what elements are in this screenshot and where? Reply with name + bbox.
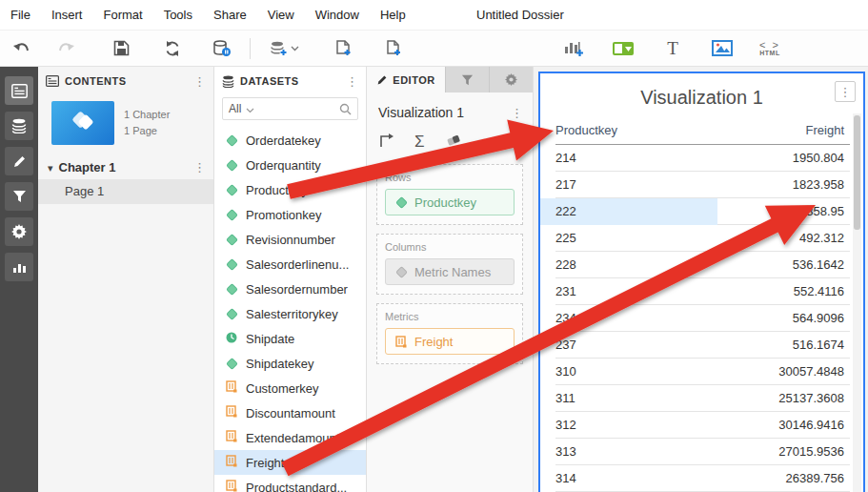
add-chapter-button[interactable] bbox=[327, 35, 359, 62]
table-row[interactable]: 228 536.1642 bbox=[555, 252, 850, 278]
menu-item[interactable]: Window bbox=[305, 8, 370, 22]
cell-freight[interactable]: 1858.95 bbox=[717, 198, 850, 225]
table-row[interactable]: 312 30146.9416 bbox=[555, 412, 850, 439]
dataset-item[interactable]: Discountamount bbox=[214, 400, 366, 425]
refresh-button[interactable] bbox=[156, 35, 189, 62]
menu-item[interactable]: Format bbox=[92, 8, 152, 22]
table-row[interactable]: 311 25137.3608 bbox=[555, 385, 850, 412]
redo-button[interactable] bbox=[50, 35, 82, 62]
cell-productkey[interactable]: 217 bbox=[555, 172, 717, 198]
cell-freight[interactable]: 30146.9416 bbox=[717, 412, 850, 439]
dataset-item[interactable]: Salesterritorykey bbox=[214, 301, 366, 326]
drop-zone-metrics[interactable]: Metrics Freight bbox=[376, 303, 523, 364]
menu-item[interactable]: Help bbox=[370, 8, 416, 22]
tab-editor[interactable]: EDITOR bbox=[367, 67, 445, 92]
columns-chip-metric-names[interactable]: Metric Names bbox=[385, 258, 515, 285]
dataset-status-icon[interactable] bbox=[206, 35, 238, 62]
chevron-down-icon[interactable] bbox=[48, 158, 59, 175]
table-row[interactable]: 217 1823.958 bbox=[555, 172, 850, 198]
dataset-item[interactable]: Salesordernumber bbox=[214, 277, 366, 301]
cell-freight[interactable]: 516.1674 bbox=[717, 332, 850, 359]
dataset-item[interactable]: Productkey bbox=[214, 177, 366, 202]
cell-freight[interactable]: 492.312 bbox=[717, 225, 850, 252]
rail-settings-button[interactable] bbox=[5, 217, 33, 246]
dataset-item[interactable]: Orderdatekey bbox=[214, 128, 366, 153]
tab-properties[interactable] bbox=[489, 67, 533, 92]
cell-freight[interactable]: 27015.9536 bbox=[717, 439, 850, 465]
dataset-item[interactable]: Productstandard... bbox=[214, 475, 366, 492]
table-row[interactable]: 225 492.312 bbox=[555, 225, 850, 252]
add-html-button[interactable]: < > HTML bbox=[754, 35, 786, 62]
tab-filter[interactable] bbox=[445, 67, 489, 92]
rail-visualizations-button[interactable] bbox=[5, 253, 33, 281]
dataset-item[interactable]: Revisionnumber bbox=[214, 227, 366, 252]
grid-header-productkey[interactable]: Productkey bbox=[555, 123, 717, 137]
rail-format-button[interactable] bbox=[5, 147, 33, 175]
rail-filter-button[interactable] bbox=[5, 182, 33, 211]
menu-item[interactable]: File bbox=[0, 8, 41, 22]
menu-item[interactable]: Insert bbox=[41, 8, 93, 22]
dataset-item[interactable]: Salesorderlinenu... bbox=[214, 252, 366, 277]
cell-freight[interactable]: 25137.3608 bbox=[717, 385, 850, 412]
dossier-thumbnail[interactable] bbox=[51, 101, 114, 145]
cell-freight[interactable]: 26389.756 bbox=[717, 465, 850, 492]
table-row[interactable]: 314 26389.756 bbox=[555, 465, 850, 492]
add-visualization-button[interactable] bbox=[557, 35, 590, 62]
add-image-button[interactable] bbox=[706, 35, 738, 62]
visualization-card[interactable]: Visualization 1 Productkey Freight 214 1… bbox=[538, 72, 865, 492]
grid-scrollbar[interactable] bbox=[853, 113, 861, 492]
search-icon[interactable] bbox=[339, 103, 352, 115]
grid-header-freight[interactable]: Freight bbox=[717, 123, 850, 137]
dataset-item[interactable]: Promotionkey bbox=[214, 202, 366, 227]
add-page-button[interactable] bbox=[376, 35, 409, 62]
dataset-item[interactable]: Freight bbox=[214, 450, 366, 475]
table-row[interactable]: 214 1950.804 bbox=[555, 145, 850, 172]
metrics-chip-freight[interactable]: Freight bbox=[385, 328, 515, 355]
cell-productkey[interactable]: 311 bbox=[555, 385, 717, 412]
contents-menu-button[interactable] bbox=[193, 72, 206, 90]
cell-productkey[interactable]: 313 bbox=[555, 439, 717, 465]
table-row[interactable]: 237 516.1674 bbox=[555, 332, 850, 359]
menu-item[interactable]: Share bbox=[203, 8, 257, 22]
eraser-icon[interactable] bbox=[446, 133, 462, 151]
table-row[interactable]: 234 564.9096 bbox=[555, 305, 850, 332]
chevron-down-icon[interactable] bbox=[246, 100, 339, 117]
add-text-button[interactable]: T bbox=[656, 35, 689, 62]
drop-zone-rows[interactable]: Rows Productkey bbox=[376, 164, 523, 225]
drop-zone-columns[interactable]: Columns Metric Names bbox=[376, 234, 523, 295]
cell-productkey[interactable]: 310 bbox=[555, 359, 717, 385]
datasets-menu-button[interactable] bbox=[346, 72, 358, 90]
cell-productkey[interactable]: 222 bbox=[540, 198, 717, 225]
table-row[interactable]: 222 1858.95 bbox=[555, 198, 850, 225]
table-row[interactable]: 310 30057.4848 bbox=[555, 359, 850, 385]
table-row[interactable]: 313 27015.9536 bbox=[555, 439, 850, 465]
cell-productkey[interactable]: 228 bbox=[555, 252, 717, 278]
editor-viz-menu-button[interactable] bbox=[511, 104, 523, 121]
save-button[interactable] bbox=[105, 35, 137, 62]
rail-datasets-button[interactable] bbox=[5, 112, 33, 140]
table-row[interactable]: 231 552.4116 bbox=[555, 278, 850, 305]
dataset-item[interactable]: Shipdate bbox=[214, 326, 366, 351]
visualization-menu-button[interactable] bbox=[835, 81, 856, 102]
rows-chip-productkey[interactable]: Productkey bbox=[385, 189, 515, 215]
cell-freight[interactable]: 1823.958 bbox=[717, 172, 850, 198]
cell-productkey[interactable]: 234 bbox=[555, 305, 717, 332]
swap-axes-icon[interactable] bbox=[378, 133, 394, 152]
dataset-item[interactable]: Extendedamount bbox=[214, 425, 366, 450]
undo-button[interactable] bbox=[6, 35, 38, 62]
cell-freight[interactable]: 536.1642 bbox=[717, 252, 850, 278]
rail-contents-button[interactable] bbox=[5, 76, 33, 105]
cell-productkey[interactable]: 214 bbox=[555, 145, 717, 172]
dataset-item[interactable]: Customerkey bbox=[214, 376, 366, 400]
totals-icon[interactable] bbox=[414, 133, 425, 152]
add-data-button[interactable] bbox=[262, 35, 306, 62]
dataset-item[interactable]: Shipdatekey bbox=[214, 351, 366, 376]
menu-item[interactable]: View bbox=[257, 8, 305, 22]
chapter-menu-button[interactable] bbox=[193, 158, 206, 175]
dataset-filter-value[interactable]: All bbox=[229, 102, 241, 115]
cell-productkey[interactable]: 312 bbox=[555, 412, 717, 439]
cell-freight[interactable]: 552.4116 bbox=[717, 278, 850, 305]
grid-scrollbar-thumb[interactable] bbox=[854, 115, 860, 230]
add-selector-button[interactable] bbox=[607, 35, 639, 62]
page-item-selected[interactable]: Page 1 bbox=[38, 179, 213, 204]
